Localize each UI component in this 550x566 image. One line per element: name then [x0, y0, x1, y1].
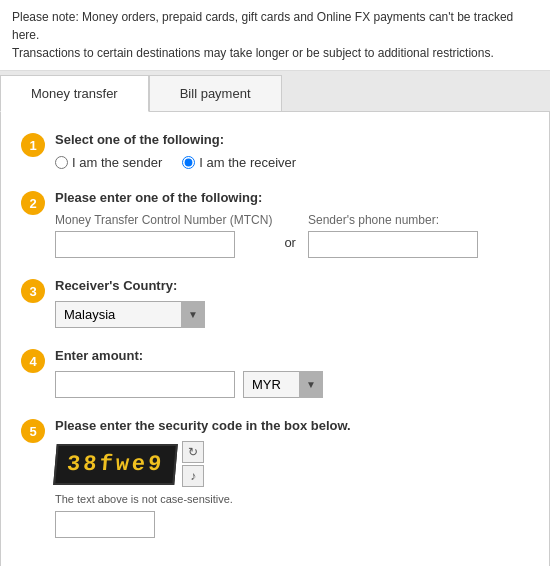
step-1-title: Select one of the following:	[55, 132, 529, 147]
step-2: 2 Please enter one of the following: Mon…	[21, 190, 529, 258]
step-1-number: 1	[21, 133, 45, 157]
mtcn-group: Money Transfer Control Number (MTCN)	[55, 213, 272, 258]
phone-input[interactable]	[308, 231, 478, 258]
mtcn-input[interactable]	[55, 231, 235, 258]
tabs-bar: Money transfer Bill payment	[0, 71, 550, 112]
step-3-content: Receiver's Country: Malaysia United Stat…	[55, 278, 529, 328]
mtcn-row: Money Transfer Control Number (MTCN) or …	[55, 213, 529, 258]
step-3-title: Receiver's Country:	[55, 278, 529, 293]
tab-bill-payment[interactable]: Bill payment	[149, 75, 282, 111]
captcha-refresh-button[interactable]: ↻	[182, 441, 204, 463]
phone-label: Sender's phone number:	[308, 213, 478, 227]
amount-input[interactable]	[55, 371, 235, 398]
step-2-number: 2	[21, 191, 45, 215]
notice-text-line1: Please note: Money orders, prepaid cards…	[12, 10, 513, 42]
radio-sender[interactable]: I am the sender	[55, 155, 162, 170]
captcha-audio-button[interactable]: ♪	[182, 465, 204, 487]
currency-select[interactable]: MYR USD EUR GBP AUD SGD	[243, 371, 323, 398]
radio-receiver-label: I am the receiver	[199, 155, 296, 170]
step-3-number: 3	[21, 279, 45, 303]
step-4-number: 4	[21, 349, 45, 373]
step-2-content: Please enter one of the following: Money…	[55, 190, 529, 258]
step-5: 5 Please enter the security code in the …	[21, 418, 529, 538]
main-content: 1 Select one of the following: I am the …	[0, 112, 550, 566]
notice-box: Please note: Money orders, prepaid cards…	[0, 0, 550, 71]
phone-group: Sender's phone number:	[308, 213, 478, 258]
notice-text-line2: Transactions to certain destinations may…	[12, 46, 494, 60]
radio-receiver-input[interactable]	[182, 156, 195, 169]
captcha-image: 38fwe9	[53, 444, 178, 485]
step-4-content: Enter amount: MYR USD EUR GBP AUD SGD	[55, 348, 529, 398]
step-1-content: Select one of the following: I am the se…	[55, 132, 529, 170]
captcha-box: 38fwe9 ↻ ♪	[55, 441, 529, 487]
radio-sender-label: I am the sender	[72, 155, 162, 170]
security-code-input[interactable]	[55, 511, 155, 538]
step-5-title: Please enter the security code in the bo…	[55, 418, 529, 433]
or-divider: or	[272, 235, 308, 258]
radio-group-sender-receiver: I am the sender I am the receiver	[55, 155, 529, 170]
country-select[interactable]: Malaysia United States United Kingdom Au…	[55, 301, 205, 328]
amount-row: MYR USD EUR GBP AUD SGD	[55, 371, 529, 398]
step-5-content: Please enter the security code in the bo…	[55, 418, 529, 538]
mtcn-label: Money Transfer Control Number (MTCN)	[55, 213, 272, 227]
step-2-title: Please enter one of the following:	[55, 190, 529, 205]
currency-select-wrapper: MYR USD EUR GBP AUD SGD	[243, 371, 323, 398]
captcha-controls: ↻ ♪	[182, 441, 204, 487]
step-5-number: 5	[21, 419, 45, 443]
step-4: 4 Enter amount: MYR USD EUR GBP AUD SGD	[21, 348, 529, 398]
country-select-wrapper: Malaysia United States United Kingdom Au…	[55, 301, 205, 328]
radio-sender-input[interactable]	[55, 156, 68, 169]
radio-receiver[interactable]: I am the receiver	[182, 155, 296, 170]
case-note: The text above is not case-sensitive.	[55, 493, 529, 505]
step-1: 1 Select one of the following: I am the …	[21, 132, 529, 170]
step-4-title: Enter amount:	[55, 348, 529, 363]
step-3: 3 Receiver's Country: Malaysia United St…	[21, 278, 529, 328]
tab-money-transfer[interactable]: Money transfer	[0, 75, 149, 112]
